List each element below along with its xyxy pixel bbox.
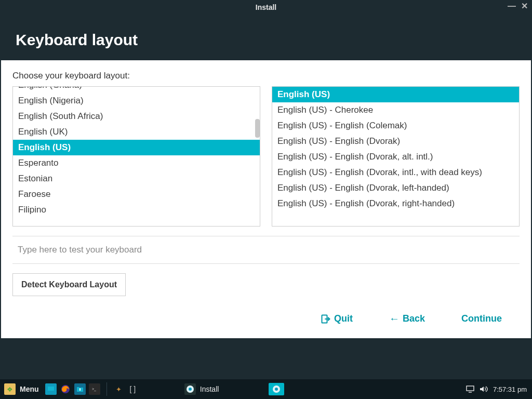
tray-clock[interactable]: 7:57:31 pm xyxy=(493,385,527,393)
installer-window: Install — ✕ Keyboard layout Choose your … xyxy=(0,0,532,379)
taskbar: ❖ Menu >_ ✦ [ ] Install 7: xyxy=(0,379,532,399)
menu-button[interactable]: Menu xyxy=(20,385,39,393)
continue-button[interactable]: Continue xyxy=(461,313,502,324)
show-desktop-icon[interactable] xyxy=(45,383,57,395)
continue-label: Continue xyxy=(461,313,502,324)
window-controls: — ✕ xyxy=(508,2,528,10)
svg-rect-10 xyxy=(467,386,474,391)
svg-point-7 xyxy=(189,388,192,391)
layout-option[interactable]: Faroese xyxy=(13,187,260,202)
svg-rect-2 xyxy=(48,387,54,391)
workspace-indicator[interactable]: [ ] xyxy=(128,385,138,393)
layout-option[interactable]: Estonian xyxy=(13,171,260,187)
cursor-icon[interactable]: ✦ xyxy=(113,383,125,395)
layout-option[interactable]: English (Ghana) xyxy=(13,86,260,93)
back-label: Back xyxy=(403,313,425,324)
variant-option[interactable]: English (US) - English (Dvorak, intl., w… xyxy=(272,165,519,180)
layout-option[interactable]: English (Nigeria) xyxy=(13,93,260,109)
svg-point-9 xyxy=(275,388,278,391)
close-button[interactable]: ✕ xyxy=(521,2,528,10)
window-title: Install xyxy=(256,3,276,11)
variant-option[interactable]: English (US) - English (Dvorak, left-han… xyxy=(272,180,519,196)
start-icon[interactable]: ❖ xyxy=(4,383,16,395)
layout-option[interactable]: English (South Africa) xyxy=(13,109,260,124)
layout-option[interactable]: Esperanto xyxy=(13,155,260,171)
content-area: Choose your keyboard layout: English (Gh… xyxy=(1,60,531,338)
taskbar-separator xyxy=(107,382,107,396)
layout-option[interactable]: English (UK) xyxy=(13,124,260,140)
variant-option[interactable]: English (US) - English (Dvorak, right-ha… xyxy=(272,196,519,211)
tray-volume-icon[interactable] xyxy=(480,385,488,393)
language-listbox[interactable]: English (Ghana) English (Nigeria) Englis… xyxy=(12,86,260,227)
taskbar-active-app-icon[interactable] xyxy=(269,383,284,395)
layout-option-selected[interactable]: English (US) xyxy=(13,140,260,155)
layout-option[interactable]: Filipino xyxy=(13,202,260,218)
taskbar-task-label: Install xyxy=(200,385,219,393)
prompt-label: Choose your keyboard layout: xyxy=(12,71,520,81)
exit-icon xyxy=(321,314,331,324)
svg-text:>_: >_ xyxy=(92,387,96,391)
nav-buttons: Quit ← Back Continue xyxy=(12,298,520,338)
variant-option[interactable]: English (US) - English (Dvorak, alt. int… xyxy=(272,149,519,165)
keyboard-test-input[interactable] xyxy=(12,236,520,264)
back-button[interactable]: ← Back xyxy=(389,313,425,325)
variant-option[interactable]: English (US) - Cherokee xyxy=(272,102,519,118)
quit-button[interactable]: Quit xyxy=(321,313,353,324)
page-title: Keyboard layout xyxy=(16,31,516,49)
titlebar: Install — ✕ xyxy=(0,0,532,15)
detect-layout-button[interactable]: Detect Keyboard Layout xyxy=(12,273,126,296)
terminal-icon[interactable]: >_ xyxy=(89,383,100,395)
variant-option[interactable]: English (US) - English (Dvorak) xyxy=(272,134,519,149)
variant-option-selected[interactable]: English (US) xyxy=(272,87,519,102)
page-header: Keyboard layout xyxy=(0,15,532,60)
quit-label: Quit xyxy=(334,313,353,324)
variant-listbox[interactable]: English (US) English (US) - Cherokee Eng… xyxy=(272,86,520,227)
files-icon[interactable] xyxy=(74,383,86,395)
arrow-left-icon: ← xyxy=(389,313,400,325)
scrollbar-thumb[interactable] xyxy=(255,119,260,138)
installer-task-icon xyxy=(184,383,196,395)
minimize-button[interactable]: — xyxy=(508,2,516,10)
firefox-icon[interactable] xyxy=(60,383,71,395)
taskbar-task-install[interactable]: Install xyxy=(179,381,290,397)
tray-display-icon[interactable] xyxy=(466,385,474,393)
variant-option[interactable]: English (US) - English (Colemak) xyxy=(272,118,519,134)
layout-lists: English (Ghana) English (Nigeria) Englis… xyxy=(12,86,520,227)
